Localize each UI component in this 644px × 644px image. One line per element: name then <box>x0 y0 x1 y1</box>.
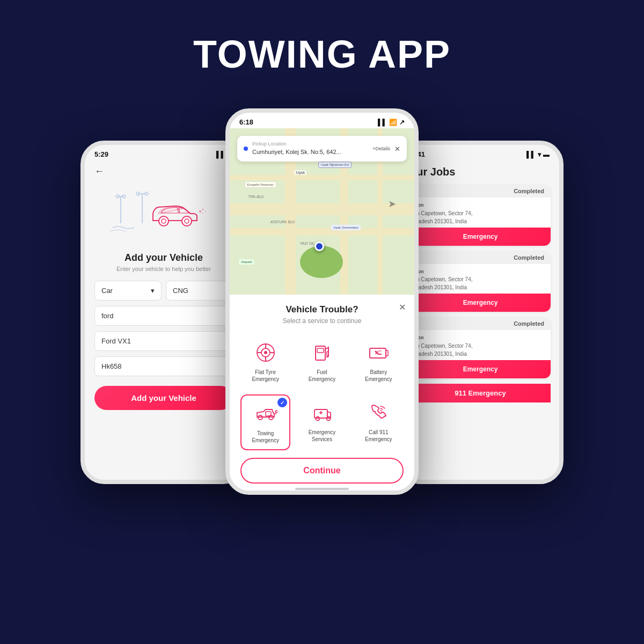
map-label-yazi: YAZI SK. <box>300 241 315 245</box>
fuel-label: FuelEmergency <box>309 369 336 383</box>
map-area: YiĞiT SK. Uşak TRK-BLV. ATATURK BLV. YAZ… <box>230 128 414 295</box>
vehicle-title: Add your Vehicle <box>94 252 233 264</box>
dropdown-icon: ▾ <box>151 287 155 295</box>
job-3-action[interactable]: Emergency <box>410 360 551 378</box>
wifi-icon: ▾ <box>538 151 541 158</box>
job-card-2: Completed ion h Capetown, Sector 74,rade… <box>410 251 551 312</box>
continue-button[interactable]: Continue <box>240 458 404 484</box>
job-2-status: Completed <box>410 251 551 264</box>
details-btn[interactable]: +Details <box>372 146 390 151</box>
phones-container: 5:29 ▌▌ ↗ ← <box>0 108 644 495</box>
svg-rect-25 <box>327 352 328 356</box>
map-label-ataturk: ATATURK BLV. <box>270 220 296 224</box>
car-illustration <box>94 186 233 241</box>
center-phone: 6:18 ▌▌ 📶 ↗ YiĞiT SK. <box>225 108 419 495</box>
service-battery[interactable]: BatteryEmergency <box>354 334 404 388</box>
pickup-bar: Pickup Location Cumhuriyet, Kolej Sk. No… <box>237 136 407 162</box>
close-btn[interactable]: ✕ <box>394 145 400 153</box>
svg-point-18 <box>264 351 267 354</box>
right-phone-content: our Jobs Completed ion h Capetown, Secto… <box>401 166 559 402</box>
call-911-icon <box>365 400 391 426</box>
flat-tyre-icon <box>253 340 279 365</box>
back-button[interactable]: ← <box>94 166 233 177</box>
svg-point-13 <box>202 209 204 210</box>
modal-sub: Select a service to continue <box>240 317 404 325</box>
signal-icon: ▌▌ <box>216 151 225 158</box>
vehicle-type-row: Car ▾ CNG <box>94 281 233 301</box>
signal-icon: ▌▌ <box>378 119 387 126</box>
service-emergency[interactable]: EmergencyServices <box>297 394 347 450</box>
battery-label: BatteryEmergency <box>365 369 392 383</box>
left-phone: 5:29 ▌▌ ↗ ← <box>80 141 247 484</box>
selected-check: ✓ <box>277 398 287 407</box>
job-3-status: Completed <box>410 317 551 330</box>
job-2-addr: h Capetown, Sector 74,radesh 201301, Ind… <box>416 276 473 290</box>
poi-ogretmen: Uşak Öğretmen Evi <box>318 162 352 168</box>
jobs-title: our Jobs <box>410 166 551 178</box>
service-fuel[interactable]: FuelEmergency <box>297 334 347 388</box>
pickup-dot <box>244 147 248 151</box>
home-bar <box>295 488 349 490</box>
pickup-info: Pickup Location Cumhuriyet, Kolej Sk. No… <box>252 141 341 156</box>
svg-point-8 <box>159 216 169 226</box>
job-3-location: ion h Capetown, Sector 74,radesh 201301,… <box>410 330 551 360</box>
center-time: 6:18 <box>239 118 253 126</box>
flat-tyre-label: Flat TyreEmergency <box>252 369 279 383</box>
modal-title: Vehicle Trouble? <box>240 304 404 315</box>
job-card-1: Completed ion h Capetown, Sector 74,rade… <box>410 185 551 246</box>
job-2-action[interactable]: Emergency <box>410 294 551 312</box>
poi-univ: Uşak Üniversitesi <box>331 225 360 230</box>
job-card-3: Completed ion h Capetown, Sector 74,rade… <box>410 317 551 378</box>
direction-arrow: ➤ <box>388 198 396 210</box>
center-status-bar: 6:18 ▌▌ 📶 ↗ <box>230 113 414 128</box>
arrow-icon: ↗ <box>399 119 405 126</box>
service-flat-tyre[interactable]: Flat TyreEmergency <box>240 334 290 388</box>
emergency-icon <box>309 400 335 426</box>
right-status-bar: 9:41 ▌▌ ▾ ▬ <box>401 145 559 160</box>
services-grid: Flat TyreEmergency FuelEmergency <box>240 334 404 450</box>
job-1-status: Completed <box>410 185 551 197</box>
job-1-action[interactable]: Emergency <box>410 228 551 246</box>
signal-icon: ▌▌ <box>526 151 536 158</box>
svg-rect-24 <box>317 348 324 353</box>
plate-input[interactable]: Hk658 <box>94 356 233 376</box>
job-1-addr: h Capetown, Sector 74,radesh 201301, Ind… <box>416 210 473 224</box>
svg-point-35 <box>275 411 277 413</box>
call-911-label: Call 911Emergency <box>365 429 392 443</box>
service-911[interactable]: Call 911Emergency <box>354 394 404 450</box>
right-phone: 9:41 ▌▌ ▾ ▬ our Jobs Completed ion h Cap… <box>397 141 564 484</box>
bottom-emergency-btn[interactable]: 911 Emergency <box>410 384 551 402</box>
vehicle-sub: Enter your vehicle to help you better <box>94 266 233 272</box>
towing-label: TowingEmergency <box>252 430 279 444</box>
poi-ezo: Ezogelin Restoran <box>245 181 276 188</box>
left-time: 5:29 <box>94 150 108 158</box>
svg-rect-27 <box>386 350 388 356</box>
towing-icon <box>253 401 279 427</box>
road-h1 <box>230 203 414 215</box>
svg-point-15 <box>205 211 206 212</box>
left-status-bar: 5:29 ▌▌ ↗ <box>85 145 243 160</box>
road-h3 <box>230 175 414 180</box>
service-towing[interactable]: ✓ TowingEmergency <box>240 394 290 450</box>
service-modal: ✕ Vehicle Trouble? Select a service to c… <box>230 295 414 495</box>
fuel-type-input[interactable]: CNG <box>166 281 233 301</box>
model-input[interactable]: Ford VX1 <box>94 331 233 351</box>
svg-point-39 <box>326 417 330 421</box>
center-status-icons: ▌▌ 📶 ↗ <box>378 119 405 126</box>
poi-atapark: Atapark <box>239 259 254 265</box>
map-label-blv: TRK-BLV. <box>248 195 264 199</box>
left-phone-content: ← <box>85 166 243 410</box>
brand-input[interactable]: ford <box>94 306 233 326</box>
svg-point-14 <box>202 213 203 214</box>
emergency-label: EmergencyServices <box>309 429 336 443</box>
battery-indicator: ▬ <box>543 151 550 158</box>
add-vehicle-button[interactable]: Add your Vehicle <box>94 386 233 410</box>
right-status-icons: ▌▌ ▾ ▬ <box>526 151 550 158</box>
fuel-icon <box>309 340 335 365</box>
job-1-location: ion h Capetown, Sector 74,radesh 201301,… <box>410 197 551 228</box>
car-svg <box>110 186 217 239</box>
modal-close-btn[interactable]: ✕ <box>399 302 406 312</box>
svg-point-12 <box>199 210 201 213</box>
home-indicator <box>240 484 404 494</box>
vehicle-type-select[interactable]: Car ▾ <box>94 281 162 301</box>
